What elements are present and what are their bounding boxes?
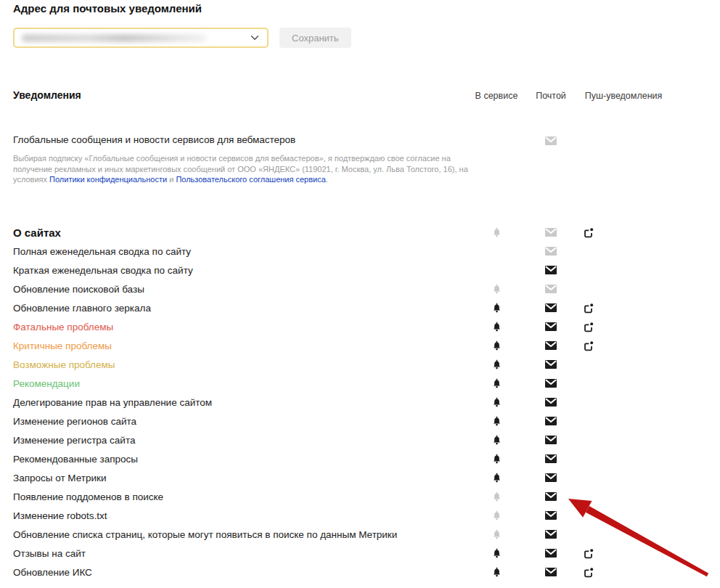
bell-icon[interactable] <box>491 321 502 332</box>
row-label: Отзывы на сайт <box>13 548 86 559</box>
push-icon[interactable] <box>582 547 594 559</box>
row-label: Появление поддоменов в поиске <box>13 491 163 502</box>
bell-icon[interactable] <box>491 566 502 578</box>
table-row: О сайтах <box>0 223 720 242</box>
mail-icon[interactable] <box>545 264 557 276</box>
mail-icon[interactable] <box>545 340 557 351</box>
bell-icon[interactable] <box>491 377 502 389</box>
mail-icon[interactable] <box>545 472 557 483</box>
row-label: Обновление списка страниц, которые могут… <box>13 529 397 540</box>
row-label: Фатальные проблемы <box>13 322 113 332</box>
table-row: Краткая еженедельная сводка по сайту <box>0 261 720 279</box>
email-address-select[interactable] <box>13 28 269 48</box>
table-row: Обновление ИКС <box>0 563 720 581</box>
mail-icon[interactable] <box>545 453 557 465</box>
row-label: Запросы от Метрики <box>13 473 106 483</box>
blurred-email-value <box>22 34 207 42</box>
mail-icon[interactable] <box>545 434 557 446</box>
bell-icon[interactable] <box>491 302 502 314</box>
bell-icon[interactable] <box>491 547 502 559</box>
table-row: Возможные проблемы <box>0 355 720 374</box>
row-label: Делегирование прав на управление сайтом <box>13 397 212 408</box>
table-row: Появление поддоменов в поиске <box>0 487 720 506</box>
mail-icon[interactable] <box>545 359 557 370</box>
row-label: Рекомендации <box>13 378 80 389</box>
push-icon[interactable] <box>582 340 594 351</box>
table-row: Делегирование прав на управление сайтом <box>0 393 720 412</box>
row-label: О сайтах <box>13 226 61 239</box>
global-messages-label: Глобальные сообщения и новости сервисов … <box>13 134 295 145</box>
table-row: Обновление списка страниц, которые могут… <box>0 525 720 544</box>
mail-icon[interactable] <box>545 491 557 502</box>
mail-toggle-icon[interactable] <box>545 135 557 144</box>
mail-icon[interactable] <box>545 226 557 238</box>
bell-icon[interactable] <box>491 491 502 502</box>
row-label: Изменение robots.txt <box>13 510 107 521</box>
bell-icon[interactable] <box>491 453 502 465</box>
email-section-title: Адрес для почтовых уведомлений <box>13 2 202 15</box>
row-label: Изменение регионов сайта <box>13 416 136 427</box>
privacy-policy-link[interactable]: Политики конфиденциальности <box>49 175 167 184</box>
row-label: Возможные проблемы <box>13 359 115 370</box>
row-label: Обновление главного зеркала <box>13 303 151 314</box>
save-button[interactable]: Сохранить <box>279 28 351 48</box>
row-label: Обновление поисковой базы <box>13 284 144 295</box>
table-row: Отзывы на сайт <box>0 544 720 563</box>
user-agreement-link[interactable]: Пользовательского соглашения сервиса <box>176 175 325 184</box>
mail-icon[interactable] <box>545 415 557 427</box>
row-label: Обновление ИКС <box>13 567 92 578</box>
bell-icon[interactable] <box>491 472 502 483</box>
bell-icon[interactable] <box>491 434 502 446</box>
table-row: Фатальные проблемы <box>0 317 720 336</box>
table-row: Запросы от Метрики <box>0 468 720 487</box>
row-label: Критичные проблемы <box>13 340 112 351</box>
mail-icon[interactable] <box>545 566 557 578</box>
bell-icon[interactable] <box>491 396 502 408</box>
bell-icon[interactable] <box>491 510 502 521</box>
mail-icon[interactable] <box>545 302 557 314</box>
table-row: Изменение robots.txt <box>0 506 720 525</box>
consent-text: Выбирая подписку «Глобальные сообщения и… <box>13 153 475 185</box>
mail-icon[interactable] <box>545 396 557 408</box>
mail-icon[interactable] <box>545 510 557 521</box>
mail-icon[interactable] <box>545 283 557 295</box>
consent-part3: . <box>326 175 328 184</box>
table-row: Обновление главного зеркала <box>0 298 720 317</box>
bell-icon[interactable] <box>491 528 502 540</box>
push-icon[interactable] <box>582 302 594 314</box>
column-header-push: Пуш-уведомления <box>585 91 663 101</box>
bell-icon[interactable] <box>491 283 502 295</box>
push-icon[interactable] <box>582 321 594 332</box>
column-header-in-service: В сервисе <box>475 91 518 101</box>
table-row: Полная еженедельная сводка по сайту <box>0 242 720 261</box>
bell-icon[interactable] <box>491 359 502 370</box>
chevron-down-icon <box>250 33 260 43</box>
table-row: Обновление поисковой базы <box>0 279 720 298</box>
row-label: Рекомендованные запросы <box>13 454 138 465</box>
notification-rows: О сайтах Полная еженедельная сводка по с… <box>0 223 720 581</box>
table-row: Критичные проблемы <box>0 336 720 355</box>
push-icon[interactable] <box>582 226 594 238</box>
push-icon[interactable] <box>582 566 594 578</box>
table-row: Рекомендации <box>0 374 720 393</box>
mail-icon[interactable] <box>545 547 557 559</box>
mail-icon[interactable] <box>545 321 557 332</box>
bell-icon[interactable] <box>491 340 502 351</box>
table-row: Изменение регистра сайта <box>0 430 720 449</box>
mail-icon[interactable] <box>545 377 557 389</box>
row-label: Краткая еженедельная сводка по сайту <box>13 265 193 276</box>
table-row: Изменение регионов сайта <box>0 412 720 430</box>
table-row: Рекомендованные запросы <box>0 449 720 468</box>
mail-icon[interactable] <box>545 528 557 540</box>
notification-settings-page: Адрес для почтовых уведомлений Сохранить… <box>0 0 720 588</box>
consent-part2: и <box>167 175 176 184</box>
column-header-by-mail: Почтой <box>536 91 566 101</box>
notifications-title: Уведомления <box>13 89 81 101</box>
bell-icon[interactable] <box>491 415 502 427</box>
bell-icon[interactable] <box>491 226 502 238</box>
row-label: Изменение регистра сайта <box>13 435 135 446</box>
row-label: Полная еженедельная сводка по сайту <box>13 246 191 257</box>
mail-icon[interactable] <box>545 245 557 257</box>
